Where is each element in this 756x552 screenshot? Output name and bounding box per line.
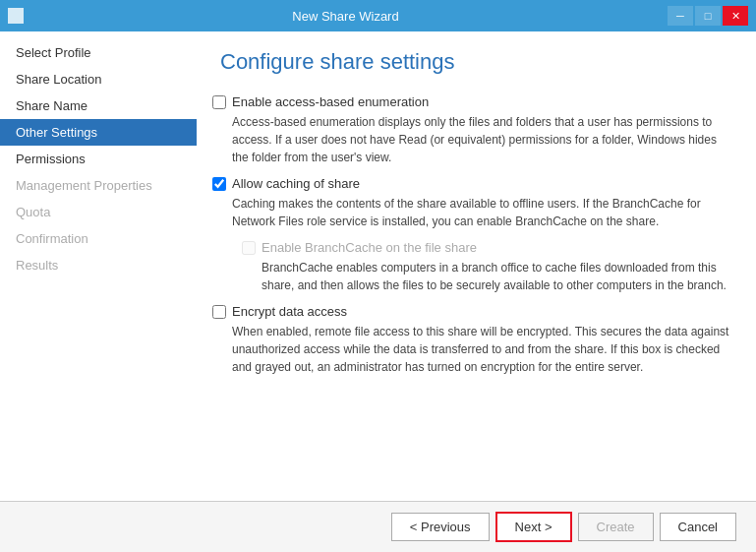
sidebar-item-share-name[interactable]: Share Name — [0, 92, 197, 119]
minimize-button[interactable]: ─ — [668, 6, 693, 26]
next-button[interactable]: Next > — [495, 512, 572, 542]
sidebar-item-select-profile[interactable]: Select Profile — [0, 39, 197, 66]
allow-caching-description: Caching makes the contents of the share … — [232, 195, 732, 230]
title-bar: New Share Wizard ─ □ ✕ — [0, 0, 756, 31]
access-based-enum-label[interactable]: Enable access-based enumeration — [212, 94, 732, 109]
create-button[interactable]: Create — [578, 513, 654, 541]
sidebar-item-results: Results — [0, 252, 197, 278]
access-based-enum-description: Access-based enumeration displays only t… — [232, 113, 732, 166]
encrypt-data-option: Encrypt data access When enabled, remote… — [212, 304, 732, 376]
sidebar-item-other-settings[interactable]: Other Settings — [0, 119, 197, 146]
encrypt-data-label[interactable]: Encrypt data access — [212, 304, 732, 319]
page-title: Configure share settings — [220, 49, 732, 75]
wizard-main-wrapper: Configure share settings Enable access-b… — [197, 31, 756, 501]
branchcache-suboption: Enable BranchCache on the file share — [242, 240, 732, 255]
page-header: Configure share settings — [197, 31, 756, 87]
branchcache-checkbox — [242, 241, 256, 255]
allow-caching-checkbox[interactable] — [212, 177, 226, 191]
window-title: New Share Wizard — [24, 9, 668, 24]
maximize-button[interactable]: □ — [695, 6, 721, 26]
sidebar-item-confirmation: Confirmation — [0, 225, 197, 252]
previous-button[interactable]: < Previous — [391, 513, 490, 541]
cancel-button[interactable]: Cancel — [660, 513, 736, 541]
access-based-enum-checkbox[interactable] — [212, 95, 226, 109]
title-bar-left — [8, 8, 24, 24]
allow-caching-option: Allow caching of share Caching makes the… — [212, 176, 732, 294]
branchcache-label: Enable BranchCache on the file share — [242, 240, 732, 255]
sidebar: Select Profile Share Location Share Name… — [0, 31, 197, 501]
encrypt-data-description: When enabled, remote file access to this… — [232, 323, 732, 376]
title-bar-controls: ─ □ ✕ — [668, 6, 748, 26]
sidebar-item-share-location[interactable]: Share Location — [0, 66, 197, 92]
sidebar-item-quota: Quota — [0, 199, 197, 225]
branchcache-description: BranchCache enables computers in a branc… — [262, 259, 732, 294]
encrypt-data-checkbox[interactable] — [212, 305, 226, 319]
main-content: Enable access-based enumeration Access-b… — [197, 87, 756, 501]
wizard-body: Select Profile Share Location Share Name… — [0, 31, 756, 552]
close-button[interactable]: ✕ — [723, 6, 748, 26]
wizard-icon — [8, 8, 24, 24]
wizard-content: Select Profile Share Location Share Name… — [0, 31, 756, 501]
allow-caching-label[interactable]: Allow caching of share — [212, 176, 732, 191]
wizard-footer: < Previous Next > Create Cancel — [0, 501, 756, 552]
access-based-enum-option: Enable access-based enumeration Access-b… — [212, 94, 732, 166]
sidebar-item-permissions[interactable]: Permissions — [0, 146, 197, 172]
sidebar-item-management-properties: Management Properties — [0, 172, 197, 199]
